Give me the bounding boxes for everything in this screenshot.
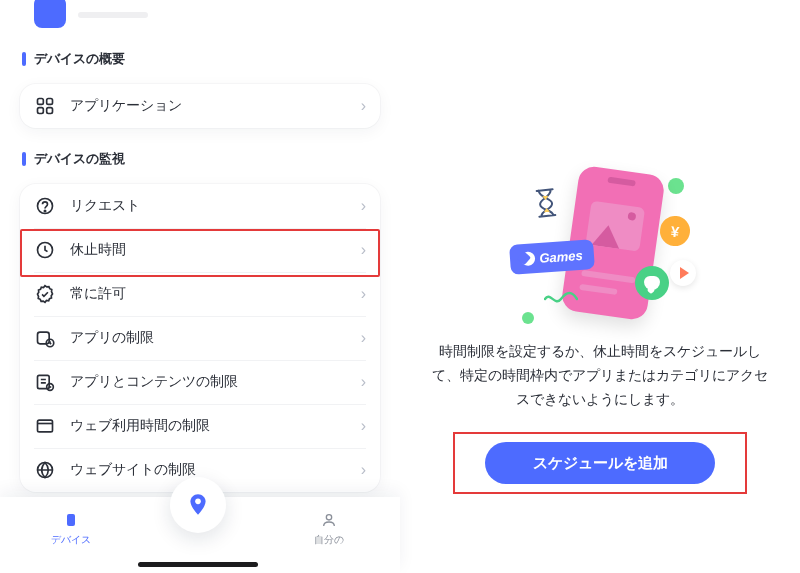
svg-rect-11 (38, 420, 53, 432)
section-title-text: デバイスの概要 (34, 50, 125, 68)
clock-icon (34, 239, 56, 261)
svg-rect-13 (67, 514, 75, 526)
nav-label: 自分の (314, 533, 344, 547)
location-fab[interactable] (170, 477, 226, 533)
svg-point-14 (327, 515, 332, 520)
downtime-illustration: Games ¥ (510, 170, 690, 320)
menu-always-allow[interactable]: 常に許可 › (20, 272, 380, 316)
section-title-overview: デバイスの概要 (0, 42, 400, 76)
nav-label: デバイス (51, 533, 91, 547)
header-app-label-placeholder (78, 12, 148, 18)
svg-rect-7 (38, 332, 50, 344)
dot-decor (668, 178, 684, 194)
chevron-right-icon: › (361, 285, 366, 303)
menu-label: アプリとコンテンツの制限 (70, 373, 347, 391)
highlight-cta: スケジュールを追加 (453, 432, 747, 494)
chevron-right-icon: › (361, 461, 366, 479)
menu-label: 休止時間 (70, 241, 347, 259)
section-accent-bar (22, 52, 26, 66)
menu-label: ウェブ利用時間の制限 (70, 417, 347, 435)
person-icon (320, 511, 338, 529)
chevron-right-icon: › (361, 97, 366, 115)
svg-rect-0 (38, 99, 44, 105)
device-icon (62, 511, 80, 529)
menu-app-limit[interactable]: アプリの制限 › (20, 316, 380, 360)
grid-apps-icon (34, 95, 56, 117)
browser-icon (34, 415, 56, 437)
menu-label: 常に許可 (70, 285, 347, 303)
nav-mine[interactable]: 自分の (289, 511, 369, 547)
menu-label: リクエスト (70, 197, 347, 215)
add-schedule-button[interactable]: スケジュールを追加 (485, 442, 715, 484)
home-indicator (138, 562, 258, 567)
svg-point-5 (44, 210, 45, 211)
sections: デバイスの概要 アプリケーション › デバイスの監視 (0, 42, 400, 506)
chevron-right-icon: › (361, 417, 366, 435)
app-limit-icon (34, 327, 56, 349)
left-pane: デバイスの概要 アプリケーション › デバイスの監視 (0, 0, 400, 573)
menu-label: ウェブサイトの制限 (70, 461, 347, 479)
chevron-right-icon: › (361, 329, 366, 347)
right-pane: Games ¥ 時間制限を設定するか、休止時間をスケジュールして、特定の時間枠内… (400, 0, 800, 573)
games-chip-text: Games (539, 247, 583, 265)
ribbon-decor (544, 290, 578, 308)
chevron-right-icon: › (361, 197, 366, 215)
menu-application[interactable]: アプリケーション › (20, 84, 380, 128)
menu-label: アプリケーション (70, 97, 347, 115)
section-accent-bar (22, 152, 26, 166)
chevron-right-icon: › (361, 373, 366, 391)
menu-label: アプリの制限 (70, 329, 347, 347)
content-limit-icon (34, 371, 56, 393)
section-title-monitor: デバイスの監視 (0, 142, 400, 176)
svg-rect-1 (47, 99, 53, 105)
dot-decor (522, 312, 534, 324)
menu-web-time-limit[interactable]: ウェブ利用時間の制限 › (20, 404, 380, 448)
section-title-text: デバイスの監視 (34, 150, 125, 168)
menu-downtime[interactable]: 休止時間 › (20, 228, 380, 272)
play-badge-icon (670, 260, 696, 286)
chevron-right-icon: › (361, 241, 366, 259)
currency-badge: ¥ (659, 215, 692, 248)
request-icon (34, 195, 56, 217)
chat-badge-icon (635, 266, 669, 300)
globe-icon (34, 459, 56, 481)
header-app-chip (34, 0, 66, 28)
monitor-card: リクエスト › 休止時間 › 常に許可 › (20, 184, 380, 492)
svg-point-15 (195, 499, 201, 505)
badge-check-icon (34, 283, 56, 305)
location-pin-icon (185, 492, 211, 518)
app-root: デバイスの概要 アプリケーション › デバイスの監視 (0, 0, 800, 573)
menu-request[interactable]: リクエスト › (20, 184, 380, 228)
svg-rect-2 (38, 108, 44, 114)
cta-label: スケジュールを追加 (533, 454, 668, 473)
overview-card: アプリケーション › (20, 84, 380, 128)
svg-rect-3 (47, 108, 53, 114)
downtime-description: 時間制限を設定するか、休止時間をスケジュールして、特定の時間枠内でアプリまたはカ… (400, 340, 800, 411)
nav-devices[interactable]: デバイス (31, 511, 111, 547)
games-chip: Games (509, 239, 595, 275)
menu-content-limit[interactable]: アプリとコンテンツの制限 › (20, 360, 380, 404)
hourglass-icon (534, 187, 557, 219)
